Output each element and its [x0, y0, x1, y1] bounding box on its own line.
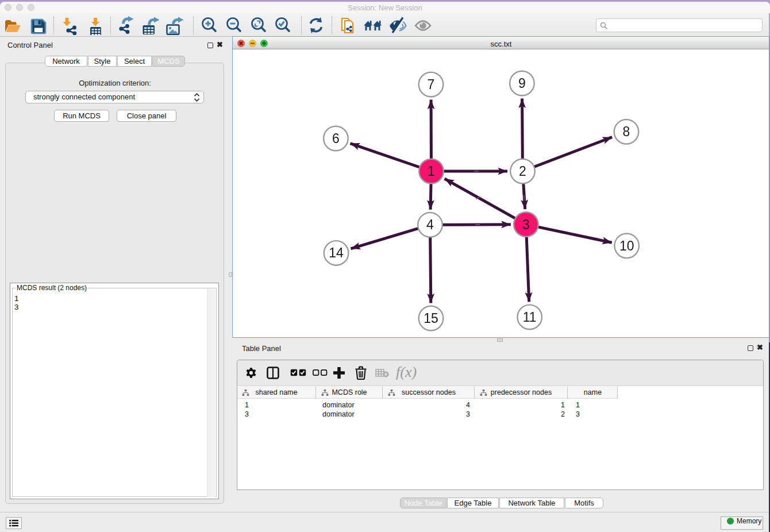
svg-text:14: 14 [329, 245, 344, 260]
svg-text:11: 11 [523, 310, 537, 325]
svg-text:15: 15 [424, 311, 438, 326]
svg-text:4: 4 [426, 217, 434, 232]
svg-text:1: 1 [428, 164, 435, 179]
svg-text:7: 7 [428, 77, 435, 92]
svg-text:6: 6 [332, 131, 340, 146]
svg-text:2: 2 [519, 164, 526, 179]
svg-text:10: 10 [619, 238, 634, 253]
svg-text:8: 8 [623, 124, 630, 139]
svg-text:9: 9 [518, 76, 526, 91]
svg-text:3: 3 [522, 217, 530, 232]
